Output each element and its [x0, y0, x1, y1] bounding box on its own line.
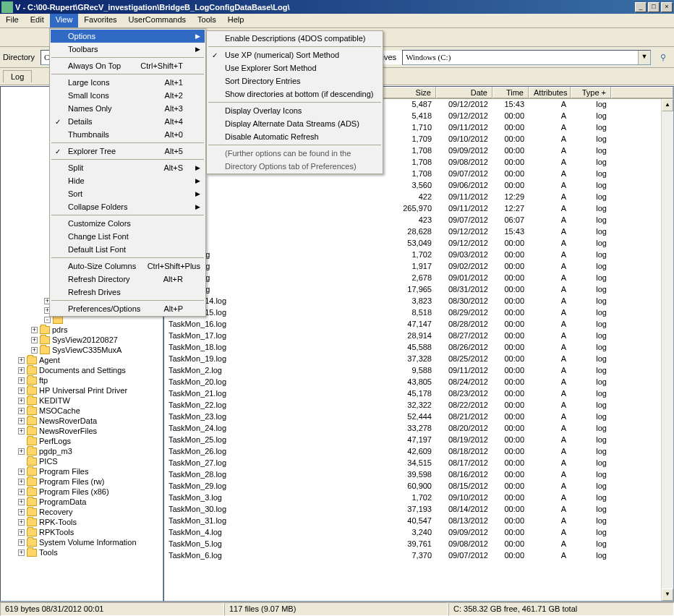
menu-favorites[interactable]: Favorites	[78, 14, 122, 27]
file-row[interactable]: TaskMon_18.log45,58808/26/201200:00Alog	[164, 342, 673, 354]
tree-item[interactable]: +RPKTools	[1, 527, 163, 537]
file-row[interactable]: TaskMon_25.log47,19708/19/201200:00Alog	[164, 435, 673, 446]
tree-expand-button[interactable]: +	[18, 357, 25, 364]
opt-overlay-icons[interactable]: Display Overlay Icons	[208, 104, 382, 117]
menu-small-icons[interactable]: Small IconsAlt+2	[51, 89, 205, 102]
drives-input[interactable]	[403, 51, 638, 64]
opt-explorer-sort[interactable]: Use Explorer Sort Method	[208, 61, 382, 74]
file-row[interactable]: TaskMon_24.log33,27808/20/201200:00Alog	[164, 423, 673, 435]
tree-item[interactable]: PerfLogs	[1, 436, 163, 446]
menu-options[interactable]: Options▶	[51, 30, 205, 43]
file-row[interactable]: ew_1.log265,97009/11/201212:27Alog	[164, 203, 673, 215]
file-row[interactable]: TaskMon_29.log60,90008/15/201200:00Alog	[164, 481, 673, 492]
tab-log[interactable]: Log	[3, 70, 32, 82]
tree-item[interactable]: +Tools	[1, 547, 163, 557]
tree-item[interactable]: +ftp	[1, 375, 163, 385]
menu-always-on-top[interactable]: Always On TopCtrl+Shift+T	[51, 59, 205, 72]
tree-expand-button[interactable]: +	[18, 367, 25, 374]
file-row[interactable]: TaskMon_22.log32,32208/22/201200:00Alog	[164, 400, 673, 411]
file-row[interactable]: TaskMon_23.log52,44408/21/201200:00Alog	[164, 411, 673, 423]
tree-item[interactable]: PICS	[1, 456, 163, 466]
file-row[interactable]: TaskMon_14.log3,82308/30/201200:00Alog	[164, 296, 673, 307]
menu-help[interactable]: Help	[222, 14, 250, 27]
tree-expand-button[interactable]: +	[31, 327, 38, 333]
menu-toolbars[interactable]: Toolbars▶	[51, 43, 205, 56]
tree-item[interactable]: +RPK-Tools	[1, 517, 163, 527]
file-row[interactable]: rver_7.log3,56009/06/201200:00Alog	[164, 180, 673, 192]
tree-item[interactable]: +Recovery	[1, 507, 163, 517]
tree-expand-button[interactable]: +	[18, 469, 25, 475]
tree-item[interactable]: +ProgramData	[1, 497, 163, 507]
tree-expand-button[interactable]: -	[44, 317, 51, 323]
file-row[interactable]: Mon_1.log53,04909/12/201200:00Alog	[164, 238, 673, 249]
opt-show-bottom[interactable]: Show directories at bottom (if descendin…	[208, 87, 382, 100]
tree-expand-button[interactable]: +	[18, 539, 25, 546]
drives-combo[interactable]: ▼	[402, 50, 651, 65]
tree-expand-button[interactable]: +	[18, 418, 25, 424]
file-list[interactable]: 5,48709/12/201215:43Alog5,41809/12/20120…	[164, 99, 673, 601]
tree-expand-button[interactable]: +	[18, 509, 25, 516]
menu-default-list-font[interactable]: Default List Font	[51, 243, 205, 256]
tree-item[interactable]: +Program Files	[1, 466, 163, 476]
tree-expand-button[interactable]: +	[31, 347, 38, 354]
menu-refresh-drives[interactable]: Refresh Drives	[51, 286, 205, 299]
tree-item[interactable]: +NewsRoverData	[1, 416, 163, 426]
menu-large-icons[interactable]: Large IconsAlt+1	[51, 76, 205, 89]
file-row[interactable]: Mon_12.log2,67809/01/201200:00Alog	[164, 273, 673, 284]
file-row[interactable]: TaskMon_2.log9,58809/11/201200:00Alog	[164, 365, 673, 377]
tree-item[interactable]: +Agent	[1, 355, 163, 365]
menu-hide[interactable]: Hide▶	[51, 174, 205, 187]
tree-item[interactable]: +Program Files (rw)	[1, 476, 163, 487]
file-row[interactable]: ew.log42209/11/201212:29Alog	[164, 192, 673, 203]
tree-item[interactable]: +SysView20120827	[1, 335, 163, 345]
menu-file[interactable]: File	[0, 14, 25, 27]
opt-disable-refresh[interactable]: Disable Automatic Refresh	[208, 130, 382, 143]
menu-explorer-tree[interactable]: ✓Explorer TreeAlt+5	[51, 145, 205, 158]
file-row[interactable]: TaskMon_17.log28,91408/27/201200:00Alog	[164, 330, 673, 342]
col-attributes[interactable]: Attributes	[529, 87, 571, 98]
tree-expand-button[interactable]: +	[18, 549, 25, 556]
menu-auto-size-columns[interactable]: Auto-Size ColumnsCtrl+Shift+Plus	[51, 260, 205, 273]
col-type[interactable]: Type +	[571, 87, 611, 98]
tree-expand-button[interactable]	[18, 458, 25, 465]
menu-details[interactable]: ✓DetailsAlt+4	[51, 115, 205, 128]
file-row[interactable]: TaskMon_28.log39,59808/16/201200:00Alog	[164, 469, 673, 481]
tree-item[interactable]: +System Volume Information	[1, 537, 163, 547]
tree-expand-button[interactable]: +	[18, 529, 25, 536]
close-button[interactable]: ×	[661, 2, 673, 12]
menu-collapse-folders[interactable]: Collapse Folders▶	[51, 200, 205, 213]
file-row[interactable]: TaskMon_27.log34,51508/17/201200:00Alog	[164, 458, 673, 469]
tree-item[interactable]: +Documents and Settings	[1, 365, 163, 375]
menu-sort[interactable]: Sort▶	[51, 187, 205, 200]
tree-item[interactable]: +MSOCache	[1, 406, 163, 416]
file-row[interactable]: TaskMon_4.log3,24009/09/201200:00Alog	[164, 527, 673, 539]
tree-item[interactable]: +HP Universal Print Driver	[1, 385, 163, 395]
menu-customize-colors[interactable]: Customize Colors	[51, 217, 205, 230]
tree-expand-button[interactable]: +	[18, 428, 25, 435]
col-date[interactable]: Date	[436, 87, 492, 98]
tree-expand-button[interactable]: +	[18, 489, 25, 495]
file-row[interactable]: TaskMon_21.log45,17808/23/201200:00Alog	[164, 388, 673, 400]
file-row[interactable]: Mon_13.log17,96508/31/201200:00Alog	[164, 284, 673, 296]
menu-edit[interactable]: Edit	[25, 14, 50, 27]
menu-thumbnails[interactable]: ThumbnailsAlt+0	[51, 128, 205, 141]
opt-enable-descriptions[interactable]: Enable Descriptions (4DOS compatible)	[208, 32, 382, 45]
file-row[interactable]: TaskMon_30.log37,19308/14/201200:00Alog	[164, 504, 673, 516]
tree-expand-button[interactable]: +	[18, 499, 25, 505]
opt-xp-sort[interactable]: ✓Use XP (numerical) Sort Method	[208, 48, 382, 61]
scrollbar[interactable]: ▲ ▼	[661, 99, 673, 601]
scroll-down-button[interactable]: ▼	[662, 589, 673, 601]
tree-expand-button[interactable]: +	[18, 519, 25, 526]
menu-refresh-directory[interactable]: Refresh DirectoryAlt+R	[51, 273, 205, 286]
browse-button[interactable]: ⚲	[655, 49, 671, 65]
tree-expand-button[interactable]: +	[18, 448, 25, 455]
file-row[interactable]: TaskMon_31.log40,54708/13/201200:00Alog	[164, 516, 673, 527]
file-row[interactable]: TaskMon_16.log47,14708/28/201200:00Alog	[164, 319, 673, 330]
drives-dropdown-button[interactable]: ▼	[638, 51, 650, 64]
tree-expand-button[interactable]: +	[18, 398, 25, 404]
file-row[interactable]: TaskMon_15.log8,51808/29/201200:00Alog	[164, 307, 673, 319]
file-row[interactable]: TaskMon_19.log37,32808/25/201200:00Alog	[164, 354, 673, 365]
menu-tools[interactable]: Tools	[192, 14, 222, 27]
file-row[interactable]: Mon_10.log1,70209/03/201200:00Alog	[164, 249, 673, 261]
menu-view[interactable]: View	[50, 14, 79, 27]
